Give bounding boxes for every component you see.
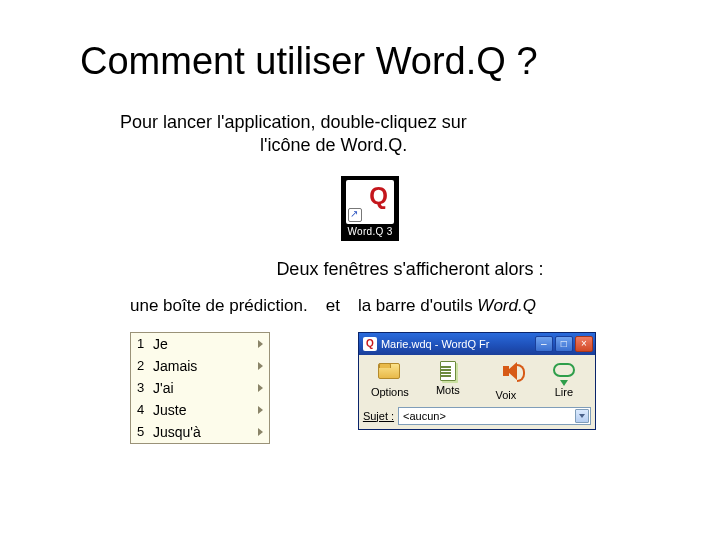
- subject-value: <aucun>: [403, 410, 446, 422]
- prediction-word: Juste: [153, 402, 252, 418]
- toolbar-button-label: Lire: [535, 386, 593, 398]
- wordq-desktop-icon[interactable]: Q Word.Q 3: [341, 176, 399, 241]
- options-button[interactable]: Options: [361, 357, 419, 404]
- folder-icon: [378, 363, 400, 379]
- prediction-row[interactable]: 3 J'ai: [131, 377, 269, 399]
- chevron-right-icon: [258, 384, 263, 392]
- maximize-button[interactable]: □: [555, 336, 573, 352]
- wordq-q-letter: Q: [369, 182, 388, 210]
- prediction-box[interactable]: 1 Je 2 Jamais 3 J'ai 4 Juste: [130, 332, 270, 444]
- prediction-word: J'ai: [153, 380, 252, 396]
- prediction-row[interactable]: 4 Juste: [131, 399, 269, 421]
- titlebar[interactable]: Q Marie.wdq - WordQ Fr – □ ×: [359, 333, 595, 355]
- minimize-button[interactable]: –: [535, 336, 553, 352]
- subject-dropdown[interactable]: <aucun>: [398, 407, 591, 425]
- prediction-word: Jamais: [153, 358, 252, 374]
- chevron-down-icon: [575, 409, 589, 423]
- mots-button[interactable]: Mots: [419, 357, 477, 404]
- toolbar-caption-text: la barre d'outils: [358, 296, 477, 315]
- prediction-number: 3: [137, 380, 147, 395]
- toolbar-caption: la barre d'outils Word.Q: [358, 296, 596, 316]
- speaker-icon: [503, 366, 509, 376]
- chevron-right-icon: [258, 362, 263, 370]
- toolbar-button-label: Voix: [477, 389, 535, 401]
- prediction-word: Je: [153, 336, 252, 352]
- prediction-row[interactable]: 5 Jusqu'à: [131, 421, 269, 443]
- document-icon: [440, 361, 456, 381]
- close-button[interactable]: ×: [575, 336, 593, 352]
- toolbar: Options Mots Voix Lire: [359, 355, 595, 404]
- chevron-right-icon: [258, 428, 263, 436]
- prediction-number: 5: [137, 424, 147, 439]
- subject-label: Sujet :: [363, 410, 394, 422]
- instruction-line2: l'icône de Word.Q.: [120, 134, 407, 157]
- instruction-text: Pour lancer l'application, double-clique…: [80, 111, 660, 158]
- and-label: et: [326, 296, 340, 316]
- slide-title: Comment utiliser Word.Q ?: [80, 40, 660, 83]
- wordq-app-icon: Q: [346, 180, 394, 224]
- prediction-number: 4: [137, 402, 147, 417]
- prediction-number: 1: [137, 336, 147, 351]
- toolbar-button-label: Options: [361, 386, 419, 398]
- chevron-right-icon: [258, 340, 263, 348]
- speech-bubble-icon: [553, 363, 575, 377]
- titlebar-app-icon: Q: [363, 337, 377, 351]
- prediction-number: 2: [137, 358, 147, 373]
- chevron-right-icon: [258, 406, 263, 414]
- instruction-line1: Pour lancer l'application, double-clique…: [120, 112, 467, 132]
- toolbar-caption-appname: Word.Q: [477, 296, 536, 315]
- two-windows-text: Deux fenêtres s'afficheront alors :: [80, 259, 660, 280]
- prediction-word: Jusqu'à: [153, 424, 252, 440]
- lire-button[interactable]: Lire: [535, 357, 593, 404]
- prediction-box-caption: une boîte de prédiction.: [130, 296, 308, 316]
- desktop-icon-label: Word.Q 3: [342, 224, 398, 240]
- wordq-toolbar-window: Q Marie.wdq - WordQ Fr – □ × Options: [358, 332, 596, 430]
- window-title: Marie.wdq - WordQ Fr: [381, 338, 531, 350]
- toolbar-button-label: Mots: [419, 384, 477, 396]
- shortcut-arrow-icon: [348, 208, 362, 222]
- subject-bar: Sujet : <aucun>: [359, 404, 595, 429]
- prediction-row[interactable]: 1 Je: [131, 333, 269, 355]
- prediction-row[interactable]: 2 Jamais: [131, 355, 269, 377]
- voix-button[interactable]: Voix: [477, 357, 535, 404]
